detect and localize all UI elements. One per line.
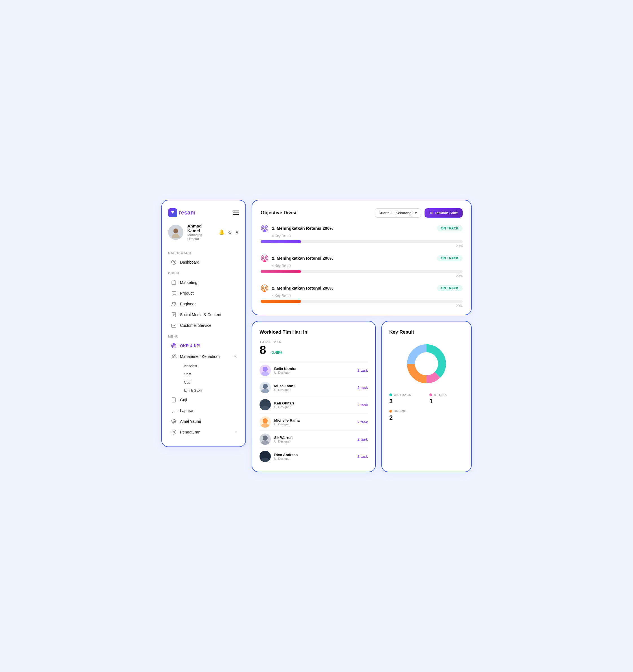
team-member-warren: Sir Warren UI Designer 2 task [259,430,368,448]
sidebar-item-customer-service[interactable]: Customer Service [168,320,239,331]
sidebar-item-okr-kpi-label: OKR & KPI [180,343,200,348]
sidebar-item-product[interactable]: Product [168,288,239,298]
logout-button[interactable]: ⎋ [228,229,232,236]
sidebar-sub-item-shift[interactable]: Shift [181,370,239,378]
legend-at-risk-row: AT RISK [429,393,464,397]
obj-key-result-1: 4 Key Result [272,234,463,238]
svg-point-40 [261,406,270,410]
target-icon [171,343,177,349]
on-track-dot [389,393,392,396]
obj-target-icon-2 [261,254,269,262]
svg-point-35 [263,287,266,289]
progress-label-1: 20% [261,244,463,248]
svg-point-47 [262,453,268,458]
svg-point-39 [262,384,268,389]
quarter-select[interactable]: Kuartal 3 (Sekarang) ▾ [375,208,421,218]
behind-dot [389,410,392,413]
donut-chart-container [389,341,464,386]
legend-behind: BEHIND 2 [389,410,424,422]
member-avatar-warren [259,433,271,445]
laporan-icon [171,408,177,413]
svg-point-2 [174,229,178,233]
chat-icon [171,290,177,296]
obj-name-1: 1. Meningkatkan Retensi 200% [272,226,434,231]
svg-point-20 [173,345,174,346]
main-content: Objective Divisi Kuartal 3 (Sekarang) ▾ … [252,200,472,472]
sidebar-item-marketing[interactable]: Marketing [168,277,239,288]
tambah-shift-button[interactable]: ⊕ Tambah Shift [425,208,463,218]
member-info-kafi: Kafi Ghifari UI Designer [274,401,354,409]
notification-button[interactable]: 🔔 [218,229,225,236]
svg-point-38 [261,389,270,393]
obj-target-icon-3 [261,284,269,292]
member-role-michelle: UI Designer [274,423,354,426]
sidebar-item-social-media-label: Social Media & Content [180,312,221,317]
member-name-musa: Musa Fadhil [274,384,354,388]
logo-text: resam [179,210,196,216]
member-info-warren: Sir Warren UI Designer [274,435,354,443]
member-role-warren: UI Designer [274,440,354,443]
sidebar-item-amal-yaumi-label: Amal Yaumi [180,419,201,424]
member-info-musa: Musa Fadhil UI Designer [274,384,354,391]
mail-icon [171,322,177,328]
sidebar-item-amal-yaumi[interactable]: Amal Yaumi [168,416,239,427]
member-info-michelle: Michelle Raina UI Designer [274,418,354,426]
hamburger-button[interactable] [233,211,239,215]
sidebar-item-gaji[interactable]: Gaji [168,394,239,405]
status-badge-2: ON TRACK [437,255,463,261]
people-icon [171,301,177,307]
layers-icon [171,418,177,424]
objective-header: Objective Divisi Kuartal 3 (Sekarang) ▾ … [261,208,463,218]
obj-item-2-header: 2. Meningkatkan Retensi 200% ON TRACK [261,254,463,262]
member-name-kafi: Kafi Ghifari [274,401,354,405]
gaji-doc-icon [171,397,177,403]
sidebar-item-manajemen-kehadiran[interactable]: Manajemen Kehadiran ∨ [168,351,239,362]
svg-point-26 [173,431,175,433]
legend-on-track: ON TRACK 3 [389,393,424,405]
member-role-kafi: UI Designer [274,405,354,409]
sidebar-sub-item-absensi[interactable]: Absensi [181,362,239,370]
progress-bar-2 [261,270,301,273]
sidebar-item-dashboard[interactable]: Dashboard [168,257,239,268]
obj-number-2: 2. [272,256,277,261]
team-member-rico: Rico Andreas UI Designer 2 task [259,448,368,465]
status-badge-1: ON TRACK [437,225,463,232]
sidebar-item-okr-kpi[interactable]: OKR & KPI [168,340,239,351]
obj-target-icon-1 [261,224,269,232]
total-task-number: 8 [259,343,266,357]
sidebar-sub-item-izin-sakit[interactable]: Izin & Sakit [181,386,239,394]
on-track-label: ON TRACK [394,393,411,397]
obj-item-3-header: 2. Meningkatkan Retensi 200% ON TRACK [261,284,463,292]
sidebar-item-engineer[interactable]: Engineer [168,298,239,309]
legend-at-risk: AT RISK 1 [429,393,464,405]
objective-item-1: 1. Meningkatkan Retensi 200% ON TRACK 4 … [261,224,463,248]
sidebar-header: resam [168,208,239,217]
sidebar-item-social-media[interactable]: Social Media & Content [168,309,239,320]
sidebar-sub-item-cuti[interactable]: Cuti [181,378,239,386]
sidebar-item-laporan[interactable]: Laporan [168,405,239,416]
profile-name: Ahmad Kamel [187,223,214,233]
svg-point-12 [175,302,176,304]
profile-role: Managing Director [187,233,214,241]
profile-chevron[interactable]: ∨ [235,229,239,236]
dashboard-icon [171,259,177,265]
behind-label: BEHIND [394,410,406,413]
obj-number-1: 1. [272,226,277,231]
bottom-row: Workload Tim Hari Ini TOTAL TASK 8 ↑2.45… [252,321,472,472]
on-track-value: 3 [389,398,424,405]
member-role-rico: UI Designer [274,457,354,460]
profile-info: Ahmad Kamel Managing Director [187,223,214,241]
svg-point-46 [261,457,270,462]
section-dashboard-label: DASHBOARD [168,251,239,255]
sidebar-item-attendance-label: Manajemen Kehadiran [180,354,220,359]
obj-key-result-2: 4 Key Result [272,264,463,268]
section-divisi-label: DIVISI [168,271,239,275]
sidebar-item-pengaturan[interactable]: Pengaturan › [168,427,239,437]
svg-point-37 [262,367,268,372]
progress-bar-1 [261,240,301,243]
member-info-bella: Bella Namira UI Designer [274,367,354,374]
member-tasks-bella: 2 task [357,368,368,373]
workload-card: Workload Tim Hari Ini TOTAL TASK 8 ↑2.45… [252,321,376,472]
team-member-bella: Bella Namira UI Designer 2 task [259,362,368,379]
svg-point-45 [262,435,268,440]
